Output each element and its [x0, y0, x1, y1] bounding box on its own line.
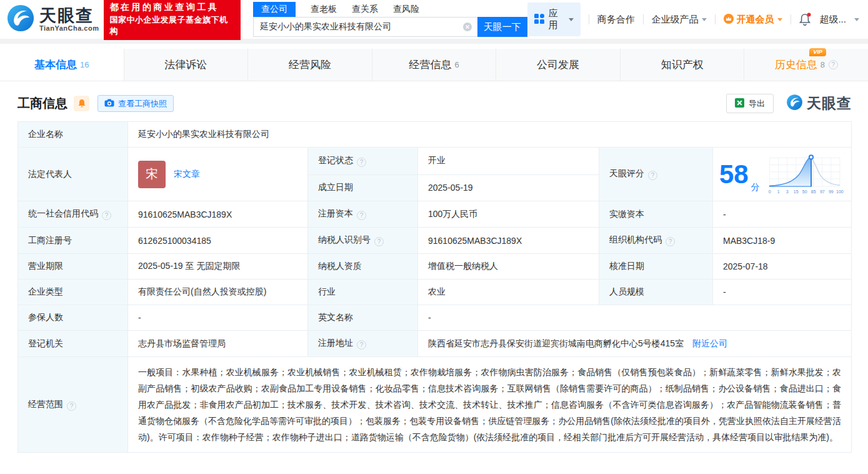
reg-address-cell: 陕西省延安市志丹县保安街道迎宾街城南电商孵化中心5号楼415室 附近公司 — [418, 331, 852, 357]
field-label: 登记机关 — [18, 331, 128, 357]
business-snapshot-button[interactable]: 查看工商快照 — [97, 95, 174, 112]
search-input[interactable] — [253, 17, 477, 37]
table-row: 登记机关 志丹县市场监督管理局 注册地址 陕西省延安市志丹县保安街道迎宾街城南电… — [18, 331, 852, 357]
insured-count-value: - — [128, 305, 308, 331]
svg-text:100: 100 — [836, 189, 844, 194]
field-label: 工商注册号 — [18, 228, 128, 254]
field-label: 核准日期 — [599, 254, 713, 280]
company-type-value: 有限责任公司(自然人投资或控股) — [128, 280, 308, 305]
svg-text:50: 50 — [802, 189, 807, 194]
help-icon[interactable] — [102, 211, 111, 220]
score-value: 58 — [719, 161, 749, 188]
promo-line2: 国家中小企业发展子基金旗下机构 — [109, 14, 235, 37]
score-cell[interactable]: 58 分 — [713, 148, 852, 201]
tab-count: 16 — [80, 60, 89, 69]
promo-line1: 都在用的商业查询工具 — [109, 2, 235, 13]
tab-label: 经营风险 — [289, 58, 331, 72]
monitor-bell-icon[interactable] — [74, 96, 89, 111]
help-icon[interactable] — [357, 158, 366, 167]
field-label-text: 纳税人识别号 — [318, 234, 371, 245]
nav-open-vip[interactable]: 开通会员 — [724, 14, 782, 26]
divider — [791, 14, 791, 24]
tab-company-development[interactable]: 公司发展 — [496, 49, 621, 81]
svg-text:0: 0 — [768, 189, 771, 194]
tab-intellectual-property[interactable]: 知识产权 — [621, 49, 745, 81]
tab-legal-proceedings[interactable]: 法律诉讼 — [124, 49, 249, 81]
field-label: 参保人数 — [18, 305, 128, 331]
clear-icon[interactable] — [462, 22, 472, 32]
score-distribution-chart: 0 1 3 15 50 85 97 99 100 — [766, 151, 845, 197]
tab-label: 公司发展 — [537, 58, 579, 72]
field-label: 行业 — [308, 280, 418, 305]
section-title: 工商信息 — [17, 95, 67, 112]
notification-bell-icon[interactable] — [799, 13, 811, 26]
chevron-down-icon — [777, 18, 782, 24]
header-nav: 应用 商务合作 企业级产品 开通会员 超级. — [527, 3, 859, 36]
help-icon[interactable] — [357, 340, 366, 350]
reg-number-value: 612625100034185 — [128, 228, 308, 254]
tab-basic-info[interactable]: 基本信息 16 — [0, 49, 124, 81]
avatar[interactable]: 宋 — [138, 161, 166, 188]
field-label-text: 统一社会信用代码 — [28, 208, 98, 218]
field-label: 经营范围 — [18, 357, 128, 453]
search-tab-relation[interactable]: 查关系 — [352, 2, 378, 17]
crown-icon — [724, 14, 734, 26]
search-tab-risk[interactable]: 查风险 — [393, 2, 419, 17]
help-icon[interactable] — [357, 211, 366, 220]
nav-enterprise-label: 企业级产品 — [652, 14, 699, 26]
watermark-brand: 天眼查 — [807, 94, 852, 113]
field-label-text: 天眼评分 — [609, 168, 644, 178]
excel-icon — [735, 98, 744, 109]
approval-date-value: 2025-07-18 — [713, 254, 852, 280]
export-button[interactable]: 导出 — [726, 94, 774, 113]
staff-size-value: - — [713, 280, 852, 305]
tianyancha-logo[interactable]: 天眼查 TianYanCha.com — [6, 4, 99, 35]
company-name-value: 延安小小的果实农业科技有限公司 — [128, 122, 852, 148]
field-label-text: 经营范围 — [28, 399, 63, 409]
company-tab-bar: 基本信息 16 法律诉讼 经营风险 经营信息 6 公司发展 知识产权 历史信息 … — [0, 49, 868, 81]
credit-code-value: 91610625MAB3CJ189X — [128, 201, 308, 228]
field-label: 登记状态 — [308, 148, 418, 175]
tab-operating-risk[interactable]: 经营风险 — [248, 49, 372, 81]
field-label: 营业期限 — [18, 254, 128, 280]
nav-business-coop[interactable]: 商务合作 — [597, 14, 635, 26]
help-icon[interactable] — [374, 237, 384, 246]
svg-text:97: 97 — [820, 189, 825, 194]
nav-super-vip[interactable]: 超级... — [819, 14, 846, 26]
search-submit-button[interactable]: 天眼一下 — [477, 17, 527, 37]
search-tab-company[interactable]: 查公司 — [253, 2, 296, 17]
chevron-down-icon — [569, 18, 574, 24]
help-icon[interactable] — [666, 237, 675, 246]
tab-label: 知识产权 — [661, 58, 704, 72]
apps-menu[interactable]: 应用 — [527, 3, 581, 36]
reg-address-value: 陕西省延安市志丹县保安街道迎宾街城南电商孵化中心5号楼415室 — [428, 338, 684, 348]
field-label: 实缴资本 — [599, 201, 713, 228]
tab-label: 基本信息 — [34, 58, 77, 72]
business-scope-value: 一般项目：水果种植；农业机械服务；农业机械销售；农业机械租赁；农作物栽培服务；农… — [138, 364, 841, 445]
tab-count: 6 — [454, 60, 459, 69]
search-tab-boss[interactable]: 查老板 — [311, 2, 337, 17]
chevron-down-icon — [702, 18, 707, 24]
tab-label: 历史信息 — [775, 58, 817, 72]
tianyancha-logo-icon — [786, 94, 803, 113]
field-label: 统一社会信用代码 — [18, 201, 128, 228]
tab-history-info[interactable]: 历史信息 VIP 8 — [744, 49, 868, 81]
table-row: 参保人数 - 英文名称 - — [18, 305, 852, 331]
field-label: 天眼评分 — [599, 148, 713, 201]
establish-date-value: 2025-05-19 — [418, 174, 599, 201]
taxpayer-id-value: 91610625MAB3CJ189X — [418, 228, 599, 254]
industry-value: 农业 — [418, 280, 599, 305]
vip-badge: VIP — [809, 48, 826, 56]
help-icon[interactable] — [67, 401, 76, 411]
section-header: 工商信息 查看工商快照 导出 — [0, 81, 868, 121]
nav-enterprise-product[interactable]: 企业级产品 — [652, 14, 707, 26]
tab-operating-info[interactable]: 经营信息 6 — [372, 49, 497, 81]
legal-rep-link[interactable]: 宋文章 — [174, 169, 200, 180]
apps-grid-icon — [534, 14, 544, 26]
reg-authority-value: 志丹县市场监督管理局 — [128, 331, 308, 357]
nearby-companies-link[interactable]: 附近公司 — [692, 338, 727, 348]
help-icon[interactable] — [648, 171, 657, 180]
table-row: 营业期限 2025-05-19 至 无固定期限 纳税人资质 增值税一般纳税人 核… — [18, 254, 852, 280]
help-icon[interactable] — [829, 60, 838, 69]
taxpayer-quality-value: 增值税一般纳税人 — [418, 254, 599, 280]
